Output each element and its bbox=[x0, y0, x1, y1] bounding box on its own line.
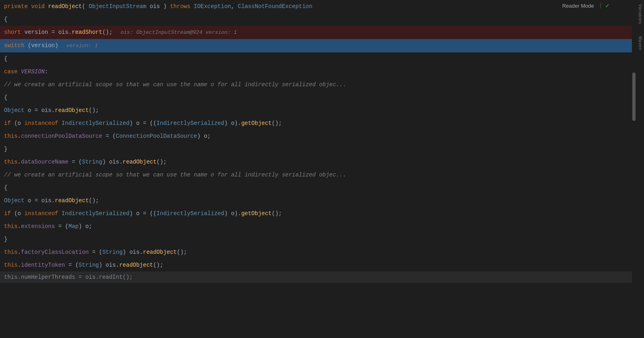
line-5-content: { bbox=[0, 53, 632, 64]
code-line-8: { bbox=[0, 91, 632, 104]
token: ) o = (( bbox=[129, 120, 156, 126]
token: (); bbox=[156, 159, 167, 165]
token: (); bbox=[272, 210, 282, 217]
token: this.numHelperThreads = ois.readInt(); bbox=[4, 274, 133, 280]
token: throws bbox=[170, 3, 194, 10]
token: : bbox=[45, 68, 48, 75]
token: this bbox=[4, 159, 18, 165]
inline-hint-4: version: 1 bbox=[66, 43, 98, 49]
token: ) o; bbox=[197, 133, 211, 139]
token: IndirectlySerialized bbox=[156, 120, 224, 126]
line-11-content: this.connectionPoolDataSource = (Connect… bbox=[0, 131, 632, 142]
token: . bbox=[18, 262, 21, 268]
code-line-19: } bbox=[0, 233, 632, 246]
inline-hint-3: ois: ObjectInputStream@924 version: 1 bbox=[121, 29, 237, 35]
line-17-content: if (o instanceof IndirectlySerialized) o… bbox=[0, 208, 632, 219]
sidebar-tab-maven[interactable]: Maven bbox=[638, 36, 642, 50]
token: ois ) bbox=[146, 3, 170, 10]
token: ) o). bbox=[224, 120, 241, 126]
token: String bbox=[82, 159, 102, 165]
token: String bbox=[102, 249, 123, 255]
code-line-6: case VERSION: bbox=[0, 65, 632, 78]
code-line-20: this.factoryClassLocation = (String) ois… bbox=[0, 246, 632, 259]
token: (); bbox=[153, 262, 163, 268]
token: connectionPoolDataSource bbox=[21, 133, 102, 139]
code-line-13: this.dataSourceName = (String) ois.readO… bbox=[0, 156, 632, 168]
token: readObject bbox=[143, 249, 177, 255]
token: (o bbox=[14, 120, 24, 126]
code-line-18: this.extensions = (Map) o; bbox=[0, 220, 632, 233]
token: readObject bbox=[119, 262, 153, 268]
token: VERSION bbox=[21, 68, 45, 75]
token: = ( bbox=[65, 262, 79, 268]
checkmark-icon: ✓ bbox=[605, 2, 609, 10]
code-line-3: short version = ois.readShort();ois: Obj… bbox=[0, 26, 632, 39]
token: readObject bbox=[48, 3, 82, 10]
token: Object bbox=[4, 197, 24, 204]
token: = ( bbox=[69, 159, 82, 165]
line-7-content: // we create an artificial scope so that… bbox=[0, 79, 632, 90]
token: instanceof bbox=[24, 120, 61, 126]
code-line-1: private void readObject( ObjectInputStre… bbox=[0, 0, 632, 13]
token: void bbox=[31, 3, 48, 10]
token: . bbox=[18, 249, 21, 255]
token: (o bbox=[14, 210, 24, 217]
line-13-content: this.dataSourceName = (String) ois.readO… bbox=[0, 156, 632, 168]
sidebar-tab-variables[interactable]: Variables bbox=[638, 4, 642, 24]
line-3-content: short version = ois.readShort();ois: Obj… bbox=[0, 27, 632, 38]
scrollbar-thumb[interactable] bbox=[632, 73, 636, 121]
token: { bbox=[4, 56, 7, 62]
token: ) o = (( bbox=[129, 210, 156, 217]
token: o = ois. bbox=[24, 107, 55, 114]
token: (); bbox=[177, 249, 187, 255]
token: ClassNotFoundException bbox=[238, 3, 313, 10]
code-line-14: // we create an artificial scope so that… bbox=[0, 168, 632, 181]
line-19-content: } bbox=[0, 234, 632, 245]
reader-mode-button[interactable]: Reader Mode bbox=[562, 3, 594, 9]
code-line-22: this.numHelperThreads = ois.readInt(); bbox=[0, 272, 632, 283]
token: (); bbox=[89, 107, 99, 114]
token: . bbox=[18, 133, 21, 139]
token: ( bbox=[82, 3, 89, 10]
token: o = ois. bbox=[24, 197, 55, 204]
token: readObject bbox=[55, 107, 89, 114]
token: IOException bbox=[194, 3, 231, 10]
token: = ( bbox=[102, 133, 116, 139]
token: factoryClassLocation bbox=[21, 249, 89, 255]
token: this bbox=[4, 133, 18, 139]
token: ) ois. bbox=[123, 249, 143, 255]
token: { bbox=[4, 16, 7, 23]
token: getObject bbox=[241, 120, 272, 126]
top-bar: Reader Mode | ✓ bbox=[556, 0, 616, 11]
code-lines: private void readObject( ObjectInputStre… bbox=[0, 0, 632, 283]
code-line-10: if (o instanceof IndirectlySerialized) o… bbox=[0, 117, 632, 130]
scrollbar-area bbox=[632, 0, 636, 338]
token: Object bbox=[4, 107, 24, 114]
code-area: Reader Mode | ✓ private void readObject(… bbox=[0, 0, 632, 338]
code-line-15: { bbox=[0, 181, 632, 194]
code-line-16: Object o = ois.readObject(); bbox=[0, 194, 632, 207]
token: if bbox=[4, 120, 14, 126]
line-9-content: Object o = ois.readObject(); bbox=[0, 105, 632, 116]
code-line-12: } bbox=[0, 143, 632, 156]
token: readObject bbox=[55, 197, 89, 204]
code-line-4: switch (version)version: 1 bbox=[0, 39, 632, 52]
token: // we create an artificial scope so that… bbox=[4, 81, 346, 88]
token: , bbox=[231, 3, 238, 10]
line-22-content: this.numHelperThreads = ois.readInt(); bbox=[0, 272, 632, 283]
token: String bbox=[79, 262, 99, 268]
token: short bbox=[4, 29, 24, 35]
token: dataSourceName bbox=[21, 159, 69, 165]
code-line-7: // we create an artificial scope so that… bbox=[0, 78, 632, 91]
token: switch bbox=[4, 42, 28, 49]
token: . bbox=[18, 159, 21, 165]
token: // we create an artificial scope so that… bbox=[4, 172, 346, 178]
token: extensions bbox=[21, 223, 55, 230]
token: ConnectionPoolDataSource bbox=[116, 133, 197, 139]
code-line-5: { bbox=[0, 52, 632, 65]
line-21-content: this.identityToken = (String) ois.readOb… bbox=[0, 259, 632, 271]
token: getObject bbox=[241, 210, 272, 217]
token: { bbox=[4, 185, 7, 191]
line-14-content: // we create an artificial scope so that… bbox=[0, 169, 632, 180]
line-6-content: case VERSION: bbox=[0, 66, 632, 77]
